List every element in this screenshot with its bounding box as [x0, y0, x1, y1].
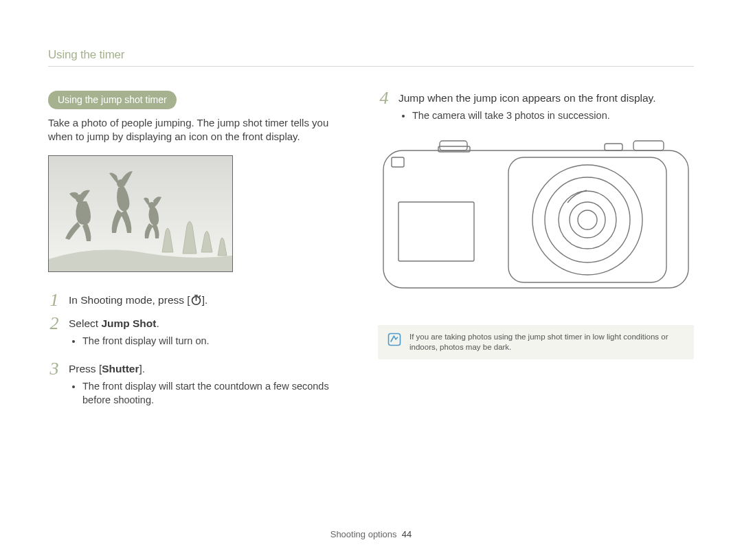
step-number: 1 [48, 291, 60, 309]
svg-point-15 [559, 191, 616, 249]
step-text: In Shooting mode, press []. [69, 294, 207, 306]
step-4: 4 Jump when the jump icon appears on the… [378, 89, 694, 130]
step-text: Select Jump Shot. [69, 317, 340, 331]
svg-rect-11 [398, 202, 474, 261]
intro-paragraph: Take a photo of people jumping. The jump… [48, 116, 340, 144]
step-number: 4 [378, 89, 390, 130]
step-2-c: . [156, 317, 159, 329]
svg-rect-9 [605, 144, 622, 150]
left-column: Using the jump shot timer Take a photo o… [48, 91, 340, 522]
step-1: 1 In Shooting mode, press []. [48, 291, 340, 309]
page-footer: Shooting options 44 [48, 522, 694, 539]
step-4-bullet: The camera will take 3 photos in success… [412, 109, 694, 123]
step-3-bullet: The front display will start the countdo… [82, 380, 340, 407]
step-3-a: Press [ [69, 363, 102, 374]
step-number: 3 [48, 360, 60, 414]
step-1-post: ]. [202, 294, 208, 306]
step-2-bullet: The front display will turn on. [82, 335, 340, 348]
step-2-b: Jump Shot [101, 317, 156, 329]
step-1-pre: In Shooting mode, press [ [69, 294, 190, 306]
section-pill: Using the jump shot timer [48, 91, 177, 109]
svg-point-14 [545, 177, 630, 262]
svg-rect-7 [438, 146, 470, 152]
svg-rect-8 [633, 141, 664, 150]
right-column: 4 Jump when the jump icon appears on the… [378, 91, 694, 522]
note-box: If you are taking photos using the jump … [378, 325, 694, 359]
step-number: 2 [48, 315, 60, 355]
note-icon [387, 333, 401, 346]
svg-rect-18 [389, 333, 401, 345]
svg-point-16 [570, 202, 605, 238]
svg-rect-10 [392, 157, 404, 167]
step-3-c: ]. [139, 363, 145, 374]
svg-rect-6 [440, 141, 467, 150]
step-text: Jump when the jump icon appears on the f… [398, 91, 694, 105]
svg-point-13 [532, 165, 642, 275]
step-3: 3 Press [Shutter]. The front display wil… [48, 360, 340, 414]
timer-icon [190, 294, 202, 306]
jump-illustration [49, 156, 232, 271]
jump-illustration-frame [48, 155, 233, 272]
footer-section: Shooting options [330, 529, 397, 539]
step-3-b: Shutter [102, 363, 139, 374]
step-2-a: Select [69, 317, 101, 329]
footer-page-number: 44 [402, 529, 412, 539]
svg-point-17 [578, 210, 597, 229]
step-text: Press [Shutter]. [69, 362, 340, 376]
camera-illustration [378, 137, 694, 298]
page-header: Using the timer [48, 48, 694, 67]
note-text: If you are taking photos using the jump … [409, 332, 684, 352]
step-2: 2 Select Jump Shot. The front display wi… [48, 315, 340, 355]
